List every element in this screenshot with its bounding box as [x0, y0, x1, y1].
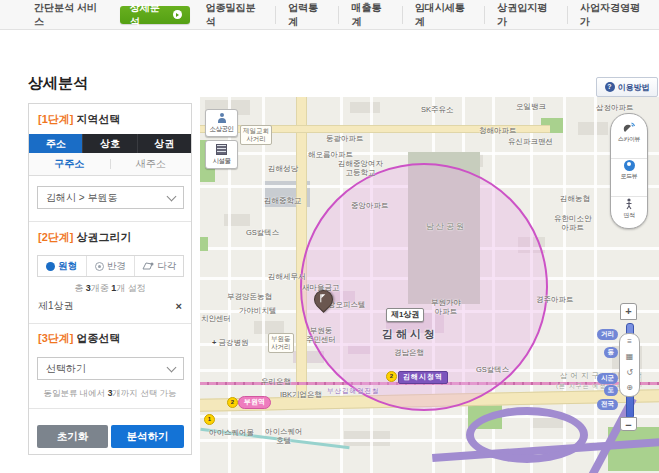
step1-title: 지역선택 — [76, 113, 120, 125]
analysis-panel: [1단계]지역선택 주소 상호 상권 구주소 새주소 김해시 > 부원동 [2단… — [28, 103, 192, 455]
step2-title: 상권그리기 — [76, 231, 131, 243]
map-shape — [350, 102, 380, 113]
nav-tab-active[interactable]: 상세분석 — [120, 6, 190, 24]
question-icon: ? — [605, 82, 615, 92]
measure-label: 면적 — [624, 211, 635, 220]
nav-tab-label: 상권입지평가 — [497, 1, 555, 29]
nav-tab-label: 상세분석 — [130, 1, 168, 29]
nav-tab-item[interactable]: 간단분석 서비스 — [22, 6, 116, 24]
map-shape — [200, 125, 550, 133]
skyview-button[interactable]: 스카이뷰 — [618, 121, 640, 145]
share-location-icon[interactable]: ⊕ — [626, 384, 633, 392]
tool-circle-button[interactable]: 원형 — [38, 256, 86, 276]
help-button[interactable]: ? 이용방법 — [596, 77, 658, 97]
tool-radius-label: 반경 — [107, 260, 126, 273]
nav-tab-label: 업력통계 — [288, 1, 326, 29]
map-canvas[interactable]: SK주유소오일뱅크삼정아파트동광아파트해오름아파트청해아파트유신파크맨션김해성당… — [200, 97, 659, 473]
remove-area-icon[interactable]: × — [176, 301, 182, 311]
skyview-label: 스카이뷰 — [618, 135, 640, 144]
map-label: 부경양돈농협 — [227, 292, 272, 301]
zoom-level-badge[interactable]: 동 — [604, 347, 619, 358]
map-label: 삼정아파트 — [596, 103, 634, 112]
nav-tab-item[interactable]: 업종밀집분석 — [194, 6, 276, 24]
nav-tab-label: 사업자경영평가 — [580, 1, 647, 29]
measure-button[interactable]: 면적 — [611, 196, 647, 221]
zoom-level-badge[interactable]: 도 — [604, 385, 619, 396]
nav-tab-item[interactable]: 사업자경영평가 — [567, 6, 659, 24]
industry-select[interactable]: 선택하기 — [37, 357, 184, 380]
nav-tab-label: 업종밀집분석 — [206, 1, 264, 29]
cadastral-map-icon[interactable]: ▦ — [626, 353, 634, 361]
layers-icon[interactable]: ≡ — [627, 338, 632, 346]
map-tool-pill: ≡ ▦ ↺ ⊕ — [619, 333, 640, 397]
tool-polygon-label: 다각 — [157, 260, 176, 273]
tab-trade-area[interactable]: 상권 — [137, 134, 191, 153]
roadview-button[interactable]: 로드뷰 — [611, 158, 647, 182]
small-business-layer-button[interactable]: 소상공인 — [205, 109, 238, 137]
nav-tab-item[interactable]: 임대시세통계 — [402, 6, 485, 24]
tool-radius-button[interactable]: 반경 — [86, 256, 135, 276]
page-title: 상세분석 — [28, 74, 88, 93]
help-button-label: 이용방법 — [618, 82, 650, 93]
zoom-in-button[interactable]: + — [620, 303, 637, 320]
map-shape — [578, 122, 608, 135]
roadview-label: 로드뷰 — [621, 172, 638, 181]
nav-tab-label: 간단분석 서비스 — [34, 1, 104, 29]
step3-badge: [3단계] — [38, 332, 73, 344]
zoom-level-badge[interactable]: 전국 — [597, 399, 618, 410]
active-arrow-icon — [173, 10, 182, 19]
tab-store-name[interactable]: 상호 — [82, 134, 136, 153]
step2-badge: [2단계] — [38, 231, 73, 243]
map-view-controls: 스카이뷰 로드뷰 면적 — [610, 113, 648, 229]
map-label: 김해성당 — [268, 164, 298, 173]
zoom-level-badge[interactable]: 거리 — [597, 329, 618, 340]
nav-tab-item[interactable]: 매출통계 — [338, 6, 401, 24]
nav-tab-item[interactable]: 상권입지평가 — [484, 6, 567, 24]
divider — [29, 323, 191, 324]
nav-tab-label: 임대시세통계 — [415, 1, 473, 29]
analyze-button[interactable]: 분석하기 — [111, 425, 184, 448]
map-label: SK주유소 — [421, 105, 454, 114]
radius-icon — [95, 262, 104, 271]
page: 간단분석 서비스상세분석업종밀집분석업력통계매출통계임대시세통계상권입지평가사업… — [0, 0, 659, 473]
roadview-icon — [624, 160, 635, 171]
region-select[interactable]: 김해시 > 부원동 — [37, 186, 184, 209]
map-label: 동광아파트 — [326, 134, 364, 143]
tool-circle-label: 원형 — [58, 260, 77, 273]
industry-select-value: 선택하기 — [46, 362, 86, 376]
map-shape — [200, 415, 659, 418]
subtab-new-address[interactable]: 새주소 — [111, 157, 192, 171]
layer-button-label: 소상공인 — [210, 125, 234, 134]
area-count-status: 총 3개중 1개 설정 — [29, 282, 191, 295]
facilities-layer-button[interactable]: 시설물 — [205, 140, 238, 169]
map-shape — [466, 407, 588, 463]
tab-address[interactable]: 주소 — [29, 134, 82, 153]
draw-tools: 원형 반경 다각 — [37, 255, 184, 277]
area-list-item: 제1상권 × — [38, 298, 182, 314]
reset-view-icon[interactable]: ↺ — [626, 369, 633, 377]
nav-tab-item[interactable]: 업력통계 — [275, 6, 338, 24]
map-shape — [254, 321, 284, 334]
trade-area-circle — [300, 163, 548, 411]
subtab-old-address[interactable]: 구주소 — [29, 157, 110, 171]
satellite-dish-icon — [623, 122, 636, 134]
circle-icon — [46, 262, 55, 271]
zoom-out-button[interactable]: − — [620, 417, 637, 431]
step3-heading: [3단계]업종선택 — [38, 331, 120, 346]
building-icon — [216, 144, 227, 155]
tool-polygon-button[interactable]: 다각 — [134, 256, 183, 276]
reset-button[interactable]: 초기화 — [37, 425, 108, 448]
map-label: 치안센터 — [201, 314, 231, 323]
map-shape — [200, 237, 208, 251]
divider — [29, 408, 191, 409]
zoom-level-badge[interactable]: 시군 — [597, 373, 618, 384]
step1-heading: [1단계]지역선택 — [38, 112, 120, 127]
chevron-down-icon — [167, 362, 177, 372]
layer-button-label: 시설물 — [213, 157, 231, 166]
step3-title: 업종선택 — [76, 332, 120, 344]
flag-icon — [318, 294, 327, 303]
address-subtabs: 구주소 새주소 — [29, 153, 191, 176]
chevron-down-icon — [167, 191, 177, 201]
region-tabs: 주소 상호 상권 — [29, 134, 191, 153]
person-figure-icon — [624, 198, 634, 210]
